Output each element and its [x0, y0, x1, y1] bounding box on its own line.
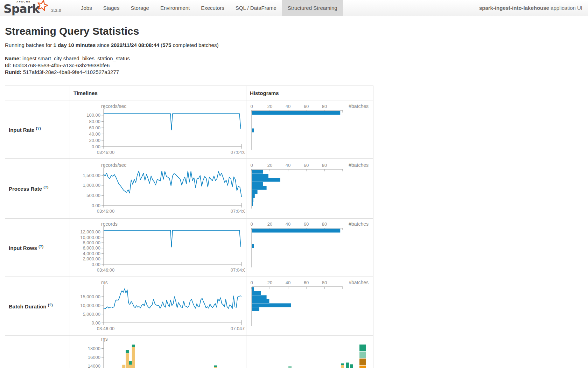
- query-runid-label: RunId:: [5, 69, 21, 75]
- running-batches-line: Running batches for 1 day 10 minutes sin…: [5, 42, 588, 48]
- query-name-label: Name:: [5, 55, 21, 61]
- table-row-process-rate: Process Rate (?)records/sec1,500.001,000…: [5, 158, 373, 218]
- operation-duration-timeline-cell: ms180001600014000: [70, 335, 246, 368]
- process-rate-help-tooltip[interactable]: (?): [43, 185, 48, 189]
- svg-text:0.00: 0.00: [92, 262, 100, 267]
- svg-text:03:46:00: 03:46:00: [97, 267, 115, 273]
- query-info: Name: ingest smart_city shared_bikes_sta…: [5, 55, 588, 76]
- empty-header-cell: [5, 86, 70, 101]
- running-batch-count: 575: [162, 42, 171, 48]
- svg-text:80: 80: [322, 104, 327, 109]
- process-rate-label: Process Rate: [9, 186, 43, 192]
- main-content: Streaming Query Statistics Running batch…: [0, 25, 588, 368]
- svg-text:12,000.00: 12,000.00: [80, 229, 100, 234]
- svg-text:80.00: 80.00: [89, 119, 100, 124]
- svg-text:0: 0: [250, 222, 253, 227]
- query-name-line: Name: ingest smart_city shared_bikes_sta…: [5, 55, 588, 62]
- svg-text:100.00: 100.00: [86, 113, 100, 118]
- input-rows-help-char: ): [42, 244, 43, 248]
- tab-stages[interactable]: Stages: [98, 0, 125, 16]
- svg-text:20: 20: [267, 280, 272, 285]
- batch-duration-histogram-cell: 020406080#batches: [246, 277, 373, 335]
- input-rows-help-tooltip[interactable]: (?): [38, 244, 43, 248]
- svg-text:0: 0: [250, 280, 253, 285]
- running-prefix: Running batches for: [5, 42, 53, 48]
- svg-text:07:04:00: 07:04:00: [231, 267, 245, 273]
- svg-text:20: 20: [267, 163, 272, 168]
- running-since: 2022/11/24 08:08:44: [111, 42, 159, 48]
- svg-text:03:46:00: 03:46:00: [97, 209, 115, 214]
- svg-text:20.00: 20.00: [89, 137, 100, 143]
- input-rate-label: Input Rate: [9, 127, 36, 133]
- batch-duration-help-tooltip[interactable]: (?): [48, 303, 53, 307]
- svg-text:0.00: 0.00: [92, 320, 100, 326]
- input-rows-label: Input Rows: [9, 245, 38, 251]
- query-id-label: Id:: [5, 62, 11, 68]
- input-rows-timeline-chart: records12,000.0010,000.008,000.006,000.0…: [70, 221, 245, 274]
- input-rate-help-tooltip[interactable]: (?): [36, 126, 41, 130]
- svg-text:#batches: #batches: [349, 221, 369, 227]
- tab-storage[interactable]: Storage: [125, 0, 155, 16]
- svg-text:#batches: #batches: [349, 103, 369, 109]
- query-name-value: ingest smart_city shared_bikes_station_s…: [21, 55, 130, 61]
- logo-spark-text: Spark: [4, 2, 40, 16]
- process-rate-help-char: ): [47, 185, 49, 189]
- svg-text:5,000.00: 5,000.00: [83, 312, 100, 317]
- svg-text:records/sec: records/sec: [101, 103, 126, 109]
- svg-text:0: 0: [250, 104, 253, 109]
- svg-text:6,000.00: 6,000.00: [83, 245, 100, 251]
- input-rows-label-cell: Input Rows (?): [5, 218, 70, 277]
- page-title: Streaming Query Statistics: [5, 25, 588, 37]
- svg-text:60.00: 60.00: [89, 125, 100, 130]
- input-rate-help-char: ?: [37, 126, 40, 130]
- svg-text:40: 40: [286, 104, 290, 109]
- svg-text:16000: 16000: [88, 355, 100, 360]
- app-name: spark-ingest-into-lakehouse: [479, 5, 549, 11]
- svg-text:03:46:00: 03:46:00: [97, 150, 115, 155]
- input-rate-timeline-chart: records/sec100.0080.0060.0040.0020.000.0…: [70, 103, 245, 156]
- svg-text:18000: 18000: [88, 346, 100, 351]
- svg-text:8,000.00: 8,000.00: [83, 240, 100, 245]
- input-rows-histogram-chart: 020406080#batches: [246, 221, 372, 274]
- nav-tabs: JobsStagesStorageEnvironmentExecutorsSQL…: [75, 0, 343, 16]
- tab-executors[interactable]: Executors: [195, 0, 230, 16]
- svg-text:80: 80: [322, 222, 327, 227]
- tab-structured-streaming[interactable]: Structured Streaming: [282, 0, 343, 16]
- svg-text:40: 40: [286, 163, 290, 168]
- tab-environment[interactable]: Environment: [155, 0, 195, 16]
- svg-text:15,000.00: 15,000.00: [80, 294, 100, 299]
- svg-text:10,000.00: 10,000.00: [80, 235, 100, 240]
- spark-logo[interactable]: APACHE Spark 3.3.0: [0, 0, 75, 16]
- svg-text:1,000.00: 1,000.00: [83, 183, 100, 188]
- query-runid-line: RunId: 517afd3f-28e2-4ba8-9fe4-4102527a3…: [5, 69, 588, 76]
- input-rows-histogram-cell: 020406080#batches: [246, 218, 373, 277]
- svg-text:records/sec: records/sec: [101, 162, 126, 168]
- tab-jobs[interactable]: Jobs: [75, 0, 98, 16]
- svg-text:07:04:00: 07:04:00: [231, 209, 245, 214]
- running-mid: since: [96, 42, 111, 48]
- tab-sql-dataframe[interactable]: SQL / DataFrame: [230, 0, 282, 16]
- svg-text:0: 0: [250, 163, 253, 168]
- operation-duration-histogram-chart: [246, 336, 372, 368]
- histograms-header: Histograms: [246, 86, 373, 101]
- operation-duration-histogram-cell: [246, 335, 373, 368]
- svg-text:40: 40: [286, 280, 290, 285]
- svg-text:1,500.00: 1,500.00: [83, 172, 100, 178]
- batch-duration-timeline-cell: ms15,000.0010,000.005,000.000.0003:46:00…: [70, 277, 246, 335]
- query-id-line: Id: 60dc3768-85e3-4fb5-a13c-63b29938bfe6: [5, 62, 588, 69]
- operation-duration-timeline-chart: ms180001600014000: [70, 336, 245, 368]
- query-runid-value: 517afd3f-28e2-4ba8-9fe4-4102527a3277: [21, 69, 119, 75]
- running-suffix: completed batches): [171, 42, 218, 48]
- batch-duration-histogram-chart: 020406080#batches: [246, 280, 372, 332]
- process-rate-histogram-chart: 020406080#batches: [246, 162, 372, 215]
- svg-text:500.00: 500.00: [86, 192, 100, 198]
- app-title-suffix: application UI: [549, 5, 582, 11]
- svg-text:60: 60: [304, 104, 309, 109]
- process-rate-timeline-cell: records/sec1,500.001,000.00500.000.0003:…: [70, 158, 246, 218]
- operation-duration-label-cell: [5, 335, 70, 368]
- svg-text:20: 20: [267, 104, 272, 109]
- running-open: (: [159, 42, 162, 48]
- timelines-header: Timelines: [70, 86, 246, 101]
- top-nav: APACHE Spark 3.3.0 JobsStagesStorageEnvi…: [0, 0, 588, 16]
- stats-table-header-row: Timelines Histograms: [5, 86, 373, 101]
